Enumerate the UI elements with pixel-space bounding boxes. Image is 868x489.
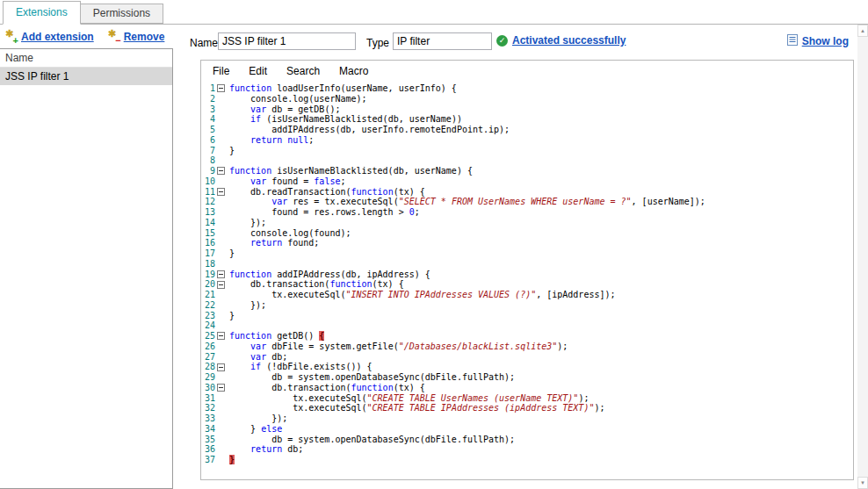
code-text: function getDB() {: [227, 331, 324, 342]
fold-margin: [215, 403, 227, 413]
code-text: return db;: [227, 444, 303, 455]
line-number: 3: [201, 104, 215, 115]
fold-margin: [215, 228, 227, 239]
activation-status: Activated successfully: [496, 34, 626, 47]
code-line: 1function loadUserInfo(userName, userInf…: [201, 83, 853, 94]
code-text: function loadUserInfo(userName, userInfo…: [227, 83, 457, 94]
code-text: return found;: [227, 238, 319, 248]
code-text: var db = getDB();: [227, 104, 340, 115]
code-text: }: [227, 311, 235, 321]
fold-toggle-icon[interactable]: [217, 167, 225, 175]
code-text: if (!dbFile.exists()) {: [227, 362, 373, 372]
fold-margin: [215, 259, 227, 270]
right-scrollbar[interactable]: ▲ ▼: [857, 25, 868, 489]
scroll-up-icon[interactable]: ▲: [857, 25, 868, 37]
add-extension-button[interactable]: ✱ + Add extension: [5, 31, 94, 43]
fold-toggle-icon[interactable]: [217, 188, 225, 196]
list-item-extension[interactable]: JSS IP filter 1: [0, 68, 172, 85]
code-lines[interactable]: 1function loadUserInfo(userName, userInf…: [201, 83, 853, 479]
code-text: }: [227, 248, 235, 259]
line-number: 31: [201, 393, 215, 404]
tab-extensions[interactable]: Extensions: [3, 1, 81, 25]
code-line: 14 });: [201, 218, 853, 228]
code-line: 31 tx.executeSql("CREATE TABLE UserNames…: [201, 393, 853, 404]
fold-margin: [215, 362, 227, 372]
app-window: Extensions Permissions ✱ + Add extension…: [0, 0, 868, 489]
show-log: Show log: [787, 34, 849, 48]
line-number: 6: [201, 135, 215, 146]
line-number: 25: [201, 331, 215, 342]
fold-toggle-icon[interactable]: [217, 270, 225, 278]
remove-extension-icon: ✱ −: [108, 31, 120, 43]
fold-margin: [215, 218, 227, 228]
code-line: 28 if (!dbFile.exists()) {: [201, 362, 853, 372]
line-number: 9: [201, 166, 215, 176]
code-text: }: [227, 455, 235, 465]
line-number: 1: [201, 83, 215, 94]
fold-toggle-icon[interactable]: [217, 384, 225, 392]
fold-margin: [215, 279, 227, 290]
line-number: 27: [201, 352, 215, 363]
code-text: var found = false;: [227, 176, 345, 187]
script-editor: File Edit Search Macro 1function loadUse…: [200, 60, 854, 480]
fold-toggle-icon[interactable]: [217, 363, 225, 371]
add-extension-label: Add extension: [21, 31, 94, 43]
show-log-link[interactable]: Show log: [802, 35, 849, 47]
code-line: 16 return found;: [201, 238, 853, 248]
code-text: addIPAddress(db, userInfo.remoteEndPoint…: [227, 125, 510, 135]
fold-margin: [215, 238, 227, 248]
extension-actions: ✱ + Add extension ✱ − Remove: [0, 25, 173, 48]
remove-extension-label: Remove: [124, 31, 165, 43]
code-line: 19function addIPAddress(db, ipAddress) {: [201, 270, 853, 280]
extension-detail-panel: Name Type Activated successfully Show lo…: [173, 25, 857, 489]
fold-margin: [215, 383, 227, 393]
code-line: 35 db = system.openDatabaseSync(dbFile.f…: [201, 435, 853, 445]
menu-file[interactable]: File: [203, 61, 239, 82]
fold-margin: [215, 435, 227, 445]
code-text: function isUserNameBlacklisted(db, userN…: [227, 166, 473, 176]
scroll-down-icon[interactable]: ▼: [857, 477, 868, 489]
code-line: 17}: [201, 248, 853, 259]
line-number: 30: [201, 383, 215, 393]
activated-status-link[interactable]: Activated successfully: [512, 34, 626, 47]
fold-margin: [215, 114, 227, 125]
code-line: 5 addIPAddress(db, userInfo.remoteEndPoi…: [201, 125, 853, 135]
code-line: 21 tx.executeSql("INSERT INTO IPAddresse…: [201, 290, 853, 300]
code-line: 7}: [201, 146, 853, 156]
code-text: tx.executeSql("CREATE TABLE IPAddresses …: [227, 403, 604, 413]
line-number: 14: [201, 218, 215, 228]
remove-extension-button[interactable]: ✱ − Remove: [108, 31, 165, 43]
code-text: });: [227, 300, 266, 311]
name-input[interactable]: [218, 32, 356, 50]
fold-toggle-icon[interactable]: [217, 84, 225, 92]
fold-margin: [215, 146, 227, 156]
fold-margin: [215, 125, 227, 135]
fold-toggle-icon[interactable]: [217, 281, 225, 289]
fold-toggle-icon[interactable]: [217, 332, 225, 340]
menu-edit[interactable]: Edit: [239, 61, 277, 82]
code-text: function addIPAddress(db, ipAddress) {: [227, 270, 430, 280]
code-text: db = system.openDatabaseSync(dbFile.full…: [227, 435, 515, 445]
code-text: } else: [227, 424, 282, 435]
menu-search[interactable]: Search: [277, 61, 329, 82]
code-text: console.log(found);: [227, 228, 351, 239]
line-number: 15: [201, 228, 215, 239]
type-input[interactable]: [393, 32, 492, 50]
fold-margin: [215, 176, 227, 187]
code-line: 29 db = system.openDatabaseSync(dbFile.f…: [201, 372, 853, 383]
fold-margin: [215, 155, 227, 166]
tab-permissions[interactable]: Permissions: [81, 4, 163, 24]
menu-macro[interactable]: Macro: [329, 61, 378, 82]
fold-margin: [215, 135, 227, 146]
name-label: Name: [190, 37, 218, 49]
fold-margin: [215, 455, 227, 465]
add-extension-icon: ✱ +: [5, 31, 18, 43]
line-number: 33: [201, 413, 215, 424]
code-line: 37}: [201, 455, 853, 465]
code-text: db.transaction(function(tx) {: [227, 279, 404, 290]
line-number: 37: [201, 455, 215, 465]
code-line: 32 tx.executeSql("CREATE TABLE IPAddress…: [201, 403, 853, 413]
fold-margin: [215, 270, 227, 280]
line-number: 24: [201, 320, 215, 331]
code-text: });: [227, 218, 266, 228]
